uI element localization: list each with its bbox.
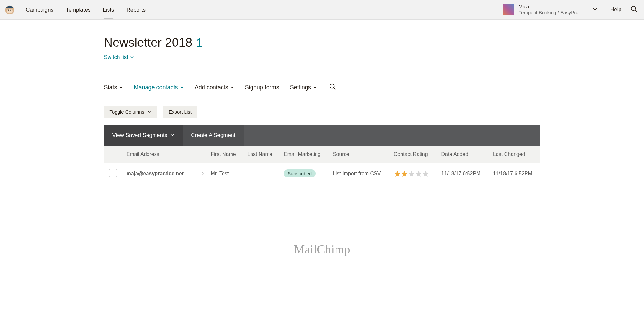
subnav-settings[interactable]: Settings <box>290 84 317 91</box>
segment-label: View Saved Segments <box>112 132 167 139</box>
col-source[interactable]: Source <box>328 146 389 163</box>
chevron-down-icon <box>119 84 123 91</box>
subnav-stats[interactable]: Stats <box>104 84 123 91</box>
svg-line-7 <box>334 88 336 90</box>
cell-source: List Import from CSV <box>328 163 389 184</box>
search-icon[interactable] <box>329 83 336 91</box>
cell-email-marketing: Subscribed <box>279 163 328 184</box>
chevron-down-icon <box>313 84 317 91</box>
subnav-label: Signup forms <box>245 84 279 91</box>
chevron-down-icon <box>130 54 134 61</box>
subnav-signup-forms[interactable]: Signup forms <box>245 84 279 91</box>
chevron-right-icon <box>201 171 204 177</box>
segment-label: Create A Segment <box>191 132 235 139</box>
page-title: Newsletter 2018 <box>104 36 193 50</box>
footer-brand: MailChimp <box>104 242 540 256</box>
mailchimp-logo[interactable] <box>3 3 16 16</box>
main-content: Newsletter 2018 1 Switch list Stats Mana… <box>104 20 540 256</box>
table-row[interactable]: maja@easypractice.net Mr. Test Subscribe… <box>104 163 540 184</box>
nav-campaigns[interactable]: Campaigns <box>26 1 53 19</box>
chevron-down-icon <box>230 84 234 91</box>
svg-point-2 <box>8 9 9 10</box>
account-name: Maja <box>519 4 582 10</box>
cell-date-added: 11/18/17 6:52PM <box>437 163 488 184</box>
col-first-name[interactable]: First Name <box>206 146 243 163</box>
nav-reports[interactable]: Reports <box>126 1 146 19</box>
col-checkbox <box>104 146 122 163</box>
subnav-label: Settings <box>290 84 311 91</box>
col-last-name[interactable]: Last Name <box>243 146 279 163</box>
col-rating[interactable]: Contact Rating <box>389 146 437 163</box>
col-email[interactable]: Email Address <box>122 146 206 163</box>
chevron-down-icon[interactable] <box>593 7 597 13</box>
svg-point-4 <box>631 6 636 11</box>
subnav-label: Manage contacts <box>134 84 178 91</box>
col-email-marketing[interactable]: Email Marketing <box>279 146 328 163</box>
cell-email[interactable]: maja@easypractice.net <box>122 163 206 184</box>
svg-line-5 <box>635 10 637 12</box>
top-bar: Campaigns Templates Lists Reports Maja T… <box>0 0 644 20</box>
list-subnav: Stats Manage contacts Add contacts Signu… <box>104 83 540 95</box>
button-label: Export List <box>169 109 192 115</box>
account-menu[interactable]: Maja Terapeut Booking / EasyPra... <box>503 4 597 15</box>
button-label: Toggle Columns <box>110 109 145 115</box>
subnav-label: Add contacts <box>195 84 228 91</box>
nav-templates[interactable]: Templates <box>66 1 90 19</box>
col-last-changed[interactable]: Last Changed <box>488 146 540 163</box>
cell-last-name <box>243 163 279 184</box>
table-body: maja@easypractice.net Mr. Test Subscribe… <box>104 163 540 184</box>
page-title-row: Newsletter 2018 1 <box>104 36 540 52</box>
row-checkbox-cell <box>104 163 122 184</box>
toggle-columns-button[interactable]: Toggle Columns <box>104 106 157 118</box>
export-list-button[interactable]: Export List <box>163 106 197 118</box>
account-org: Terapeut Booking / EasyPra... <box>519 10 582 15</box>
chevron-down-icon <box>180 84 184 91</box>
contacts-table: Email Address First Name Last Name Email… <box>104 146 540 184</box>
account-text: Maja Terapeut Booking / EasyPra... <box>519 4 582 15</box>
segment-bar: View Saved Segments Create A Segment <box>104 125 540 146</box>
nav-lists[interactable]: Lists <box>103 1 114 19</box>
help-link[interactable]: Help <box>610 6 621 13</box>
search-icon[interactable] <box>630 5 638 14</box>
cell-rating <box>389 163 437 184</box>
subnav-manage-contacts[interactable]: Manage contacts <box>134 84 184 91</box>
svg-point-1 <box>7 9 13 14</box>
switch-list-link[interactable]: Switch list <box>104 54 134 61</box>
contact-count: 1 <box>196 36 203 50</box>
rating-stars <box>394 170 432 177</box>
table-toolbar: Toggle Columns Export List <box>104 106 540 118</box>
subnav-add-contacts[interactable]: Add contacts <box>195 84 234 91</box>
svg-point-3 <box>10 9 11 10</box>
status-badge: Subscribed <box>284 169 316 177</box>
col-date-added[interactable]: Date Added <box>437 146 488 163</box>
subnav-label: Stats <box>104 84 117 91</box>
row-checkbox[interactable] <box>109 169 117 177</box>
cell-last-changed: 11/18/17 6:52PM <box>488 163 540 184</box>
view-saved-segments[interactable]: View Saved Segments <box>104 125 183 146</box>
svg-point-6 <box>330 84 334 88</box>
table-header: Email Address First Name Last Name Email… <box>104 146 540 163</box>
avatar <box>503 4 514 15</box>
primary-nav: Campaigns Templates Lists Reports <box>26 1 146 19</box>
switch-list-label: Switch list <box>104 54 128 61</box>
chevron-down-icon <box>170 132 174 139</box>
chevron-down-icon <box>147 109 151 115</box>
cell-first-name: Mr. Test <box>206 163 243 184</box>
create-segment[interactable]: Create A Segment <box>183 125 244 146</box>
